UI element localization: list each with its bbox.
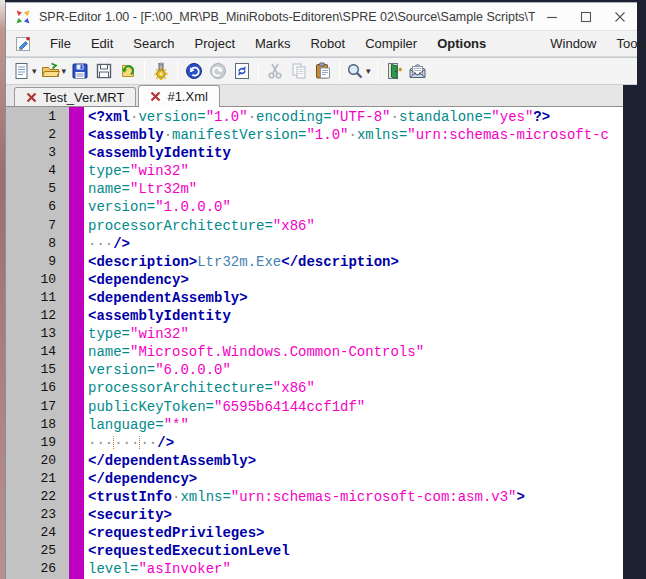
menu-item-window[interactable]: Window xyxy=(540,32,606,55)
toolbar-button-save-as[interactable] xyxy=(92,59,116,83)
toolbar-separator xyxy=(377,61,378,81)
tab-label: #1.Xml xyxy=(167,89,207,104)
code-line-17[interactable]: publicKeyToken="6595b64144ccf1df" xyxy=(88,398,623,416)
menu-item-compiler[interactable]: Compiler xyxy=(355,32,427,55)
cut-icon xyxy=(266,62,284,80)
toolbar-button-redo xyxy=(206,59,230,83)
line-number: 13 xyxy=(6,325,56,343)
toolbar-button-revert-folder[interactable] xyxy=(116,59,140,83)
toolbar-button-paste[interactable] xyxy=(311,59,335,83)
code-line-1[interactable]: <?xml·version="1.0"·encoding="UTF-8"·sta… xyxy=(88,108,623,126)
refresh-document-icon xyxy=(233,62,251,80)
window-maximize-button[interactable] xyxy=(569,3,603,31)
menu-items: FileEditSearchProjectMarksRobotCompilerO… xyxy=(40,32,646,55)
code-line-23[interactable]: <security> xyxy=(88,506,623,524)
code-line-5[interactable]: name="Ltr32m" xyxy=(88,180,623,198)
compile-gear-icon xyxy=(152,62,170,80)
menu-item-file[interactable]: File xyxy=(40,32,81,55)
code-line-3[interactable]: <assemblyIdentity xyxy=(88,144,623,162)
app-window: SPR-Editor 1.00 - [F:\00_MR\PB_MiniRobot… xyxy=(5,2,637,579)
code-line-16[interactable]: processorArchitecture="x86" xyxy=(88,379,623,397)
code-line-7[interactable]: processorArchitecture="x86" xyxy=(88,217,623,235)
toolbar-button-new-document[interactable]: ▾ xyxy=(11,59,39,83)
dropdown-arrow-icon[interactable]: ▾ xyxy=(62,67,67,76)
line-number: 12 xyxy=(6,307,56,325)
save-as-icon xyxy=(95,62,113,80)
line-number: 11 xyxy=(6,289,56,307)
line-number-gutter: 1234567891011121314151617181920212223242… xyxy=(6,107,69,579)
code-line-24[interactable]: <requestedPrivileges> xyxy=(88,524,623,542)
toolbar-separator xyxy=(144,61,145,81)
tab-close-icon[interactable] xyxy=(26,92,37,103)
tab--1-xml[interactable]: #1.Xml xyxy=(138,85,219,107)
code-line-14[interactable]: name="Microsoft.Windows.Common-Controls" xyxy=(88,343,623,361)
code-line-12[interactable]: <assemblyIdentity xyxy=(88,307,623,325)
menu-item-tools[interactable]: Tools xyxy=(607,32,646,55)
code-line-18[interactable]: language="*" xyxy=(88,416,623,434)
code-line-26[interactable]: level="asInvoker" xyxy=(88,560,623,578)
code-line-6[interactable]: version="1.0.0.0" xyxy=(88,198,623,216)
line-number: 26 xyxy=(6,560,56,578)
code-line-11[interactable]: <dependentAssembly> xyxy=(88,289,623,307)
line-number: 7 xyxy=(6,217,56,235)
code-line-21[interactable]: </dependency> xyxy=(88,470,623,488)
menu-item-project[interactable]: Project xyxy=(185,32,245,55)
code-line-20[interactable]: </dependentAssembly> xyxy=(88,452,623,470)
line-number: 25 xyxy=(6,542,56,560)
tab-label: Test_Ver.MRT xyxy=(43,90,124,105)
line-number: 23 xyxy=(6,506,56,524)
menu-item-robot[interactable]: Robot xyxy=(300,32,355,55)
revert-folder-icon xyxy=(119,62,137,80)
email-icon xyxy=(408,62,427,80)
code-line-10[interactable]: <dependency> xyxy=(88,271,623,289)
toolbar-button-compile-gear[interactable] xyxy=(149,59,173,83)
code-editor[interactable]: 1234567891011121314151617181920212223242… xyxy=(6,107,623,579)
tab-test-ver-mrt[interactable]: Test_Ver.MRT xyxy=(14,87,136,106)
toolbar-separator xyxy=(177,61,178,81)
line-number: 1 xyxy=(6,108,56,126)
open-folder-icon xyxy=(41,62,60,80)
toolbar-button-search[interactable]: ▾ xyxy=(344,59,373,83)
dropdown-arrow-icon[interactable]: ▾ xyxy=(32,67,37,76)
code-line-13[interactable]: type="win32" xyxy=(88,325,623,343)
menu-item-edit[interactable]: Edit xyxy=(81,32,123,55)
line-number: 8 xyxy=(6,235,56,253)
toolbar-button-open-folder[interactable]: ▾ xyxy=(39,59,69,83)
line-number: 20 xyxy=(6,452,56,470)
menu-item-marks[interactable]: Marks xyxy=(245,32,300,55)
line-number: 16 xyxy=(6,379,56,397)
code-line-15[interactable]: version="6.0.0.0" xyxy=(88,361,623,379)
window-minimize-icon xyxy=(546,11,558,23)
menu-item-search[interactable]: Search xyxy=(123,32,184,55)
code-line-8[interactable]: ···/> xyxy=(88,235,623,253)
toolbar-separator xyxy=(339,61,340,81)
toolbar-button-undo[interactable] xyxy=(182,59,206,83)
code-line-19[interactable]: ········/> xyxy=(88,434,623,452)
window-close-button[interactable] xyxy=(603,3,637,31)
menu-item-options[interactable]: Options xyxy=(427,32,496,55)
toolbar-button-refresh-document[interactable] xyxy=(230,59,254,83)
toolbar-button-exit-door[interactable] xyxy=(382,59,406,83)
window-minimize-button[interactable] xyxy=(535,3,569,31)
toolbar-button-email[interactable] xyxy=(406,59,430,83)
code-line-25[interactable]: <requestedExecutionLevel xyxy=(88,542,623,560)
toolbar-separator xyxy=(258,61,259,81)
code-line-9[interactable]: <description>Ltr32m.Exe</description> xyxy=(88,253,623,271)
line-number: 19 xyxy=(6,434,56,452)
line-number: 4 xyxy=(6,162,56,180)
line-number: 2 xyxy=(6,126,56,144)
toolbar-button-save[interactable] xyxy=(68,59,92,83)
new-document-icon xyxy=(13,62,30,80)
line-number: 24 xyxy=(6,524,56,542)
code-line-22[interactable]: <trustInfo·xmlns="urn:schemas-microsoft-… xyxy=(88,488,623,506)
code-area[interactable]: <?xml·version="1.0"·encoding="UTF-8"·sta… xyxy=(84,107,623,579)
title-bar[interactable]: SPR-Editor 1.00 - [F:\00_MR\PB_MiniRobot… xyxy=(6,3,637,31)
copy-icon xyxy=(290,62,308,80)
dropdown-arrow-icon[interactable]: ▾ xyxy=(366,67,371,76)
paste-icon xyxy=(314,62,332,80)
undo-icon xyxy=(185,62,203,80)
code-line-4[interactable]: type="win32" xyxy=(88,162,623,180)
code-line-2[interactable]: <assembly·manifestVersion="1.0"·xmlns="u… xyxy=(88,126,623,144)
line-number: 18 xyxy=(6,416,56,434)
tab-close-icon[interactable] xyxy=(150,91,161,102)
